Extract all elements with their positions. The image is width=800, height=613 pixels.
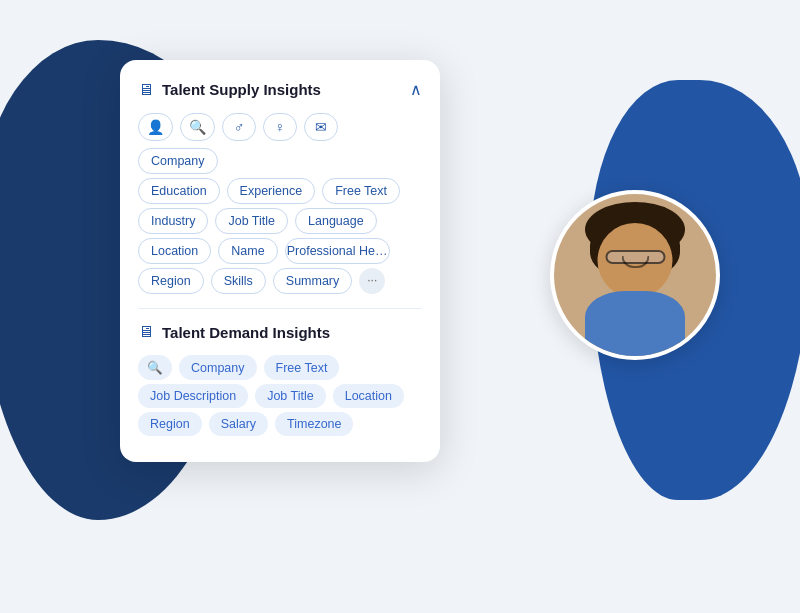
demand-tags-row1: 🔍 Company Free Text bbox=[138, 355, 422, 380]
free-text-demand-tag[interactable]: Free Text bbox=[264, 355, 340, 380]
professional-headline-tag[interactable]: Professional He… bbox=[285, 238, 390, 264]
male-tag[interactable]: ♂ bbox=[222, 113, 256, 141]
avatar-container bbox=[550, 190, 720, 360]
name-tag[interactable]: Name bbox=[218, 238, 277, 264]
supply-title: Talent Supply Insights bbox=[162, 81, 321, 98]
demand-title: Talent Demand Insights bbox=[162, 324, 330, 341]
avatar-body bbox=[585, 291, 685, 356]
experience-tag[interactable]: Experience bbox=[227, 178, 316, 204]
insights-card: 🖥 Talent Supply Insights ∧ 👤 🔍 ♂ ♀ ✉ Com… bbox=[120, 60, 440, 462]
avatar-smile bbox=[621, 256, 649, 268]
supply-text-tags: Education Experience Free Text bbox=[138, 178, 422, 204]
monitor-icon: 🖥 bbox=[138, 81, 154, 99]
supply-icon-tags-row: 👤 🔍 ♂ ♀ ✉ Company bbox=[138, 113, 422, 174]
industry-tag[interactable]: Industry bbox=[138, 208, 208, 234]
supply-text-tags-3: Location Name Professional He… bbox=[138, 238, 422, 264]
timezone-tag[interactable]: Timezone bbox=[275, 412, 353, 436]
section-divider bbox=[138, 308, 422, 309]
free-text-supply-tag[interactable]: Free Text bbox=[322, 178, 400, 204]
demand-section-header: 🖥 Talent Demand Insights bbox=[138, 323, 422, 341]
demand-title-group: 🖥 Talent Demand Insights bbox=[138, 323, 330, 341]
region-supply-tag[interactable]: Region bbox=[138, 268, 204, 294]
supply-text-tags-4: Region Skills Summary ··· bbox=[138, 268, 422, 294]
person-tag[interactable]: 👤 bbox=[138, 113, 173, 141]
search-tag[interactable]: 🔍 bbox=[180, 113, 215, 141]
job-title-demand-tag[interactable]: Job Title bbox=[255, 384, 326, 408]
company-supply-tag[interactable]: Company bbox=[138, 148, 218, 174]
company-demand-tag[interactable]: Company bbox=[179, 355, 257, 380]
female-tag[interactable]: ♀ bbox=[263, 113, 297, 141]
education-tag[interactable]: Education bbox=[138, 178, 220, 204]
person-icon: 👤 bbox=[147, 119, 164, 135]
language-tag[interactable]: Language bbox=[295, 208, 377, 234]
supply-text-tags-2: Industry Job Title Language bbox=[138, 208, 422, 234]
job-title-supply-tag[interactable]: Job Title bbox=[215, 208, 288, 234]
salary-tag[interactable]: Salary bbox=[209, 412, 268, 436]
avatar-person bbox=[554, 194, 716, 356]
supply-title-group: 🖥 Talent Supply Insights bbox=[138, 81, 321, 99]
more-tags-indicator[interactable]: ··· bbox=[359, 268, 385, 294]
search-icon: 🔍 bbox=[189, 119, 206, 135]
location-supply-tag[interactable]: Location bbox=[138, 238, 211, 264]
demand-tags-row3: Region Salary Timezone bbox=[138, 412, 422, 436]
job-description-tag[interactable]: Job Description bbox=[138, 384, 248, 408]
skills-tag[interactable]: Skills bbox=[211, 268, 266, 294]
collapse-button[interactable]: ∧ bbox=[410, 80, 422, 99]
region-demand-tag[interactable]: Region bbox=[138, 412, 202, 436]
email-tag[interactable]: ✉ bbox=[304, 113, 338, 141]
male-icon: ♂ bbox=[234, 119, 245, 135]
demand-monitor-icon: 🖥 bbox=[138, 323, 154, 341]
demand-tags-row2: Job Description Job Title Location bbox=[138, 384, 422, 408]
demand-search-tag[interactable]: 🔍 bbox=[138, 355, 172, 380]
email-icon: ✉ bbox=[315, 119, 327, 135]
location-demand-tag[interactable]: Location bbox=[333, 384, 404, 408]
supply-section-header: 🖥 Talent Supply Insights ∧ bbox=[138, 80, 422, 99]
summary-tag[interactable]: Summary bbox=[273, 268, 352, 294]
female-icon: ♀ bbox=[275, 119, 286, 135]
demand-search-icon: 🔍 bbox=[147, 360, 163, 375]
